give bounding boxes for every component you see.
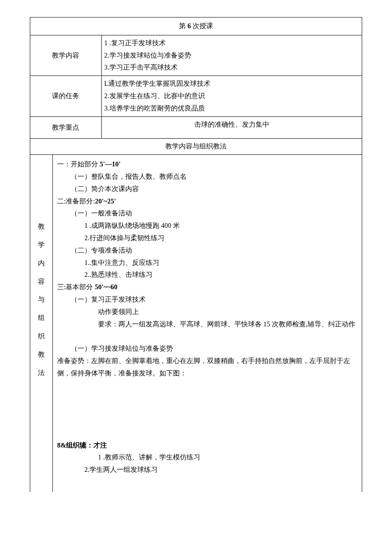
content-line-2: 2.学习接发球站位与准备姿势 (104, 52, 191, 59)
title-suffix: 次授课 (193, 22, 213, 29)
s1-item-2: （二）简介本次课内容 (57, 183, 357, 195)
vchar-5: 组 (33, 312, 50, 324)
vchar-0: 教 (33, 221, 50, 233)
s2-a-2: 2.行进间体操与柔韧性练习 (57, 232, 357, 244)
task-line-2: 2.发展学生在练习、比赛中的意识 (104, 92, 205, 99)
org-item-2: 2.学生两人一组发球练习 (57, 464, 357, 476)
key-point-cell: 击球的准确性、发力集中 (101, 116, 362, 139)
s3-a-2: 要求：两人一组发高远球、平高球、网前球、平快球各 15 次教师检查,辅导、纠正动… (57, 318, 357, 331)
s2-b-1: 1..集中注意力、反应练习 (57, 257, 357, 269)
section1-title: 一：开始部分 5'—10' (57, 160, 121, 168)
teaching-content-label: 教学内容 (30, 35, 102, 76)
vchar-4: 与 (33, 293, 50, 306)
s2-b-2: 2..熟悉球性、击球练习 (57, 269, 357, 281)
vchar-8: 法 (33, 367, 50, 379)
s2-a-1: 1 .成两路纵队绕场地慢跑 400 米 (57, 220, 357, 232)
s1-item-1: （一）整队集合，报告人数、教师点名 (57, 171, 357, 183)
content-line-3: 3.学习正手击平高球技术 (104, 64, 178, 71)
teaching-content-cell: 1 .复习正手发球技术 2.学习接发球站位与准备姿势 3.学习正手击平高球技术 (101, 35, 362, 76)
lesson-plan-page: 第 6 次授课 教学内容 1 .复习正手发球技术 2.学习接发球站位与准备姿势 … (30, 17, 362, 492)
section-header: 教学内容与组织教法 (30, 139, 362, 155)
task-line-3: 3.培养学生的吃苦耐劳的优良品质 (104, 105, 205, 112)
title-number: 6 (187, 22, 191, 29)
s3-b-desc: 准备姿势：左脚在前、全脚掌着地，重心在左脚，双膝稍曲，右手持拍自然放胸前，左手屈… (57, 357, 350, 377)
figure-placeholder (57, 380, 357, 439)
title-prefix: 第 (179, 22, 186, 29)
vchar-2: 内 (33, 257, 50, 270)
s2-sub-b: （二）专项准备活动 (57, 244, 357, 257)
vchar-7: 教 (33, 349, 50, 361)
s3-sub-a: （一）复习正手发球技术 (57, 293, 357, 306)
s3-sub-b: （一）学习接发球站位与准备姿势 (57, 343, 357, 355)
lesson-title-cell: 第 6 次授课 (30, 17, 362, 35)
lesson-task-label: 课的任务 (30, 76, 102, 116)
s3-a-1: 动作要领同上 (57, 306, 357, 318)
content-line-1: 1 .复习正手发球技术 (104, 39, 166, 46)
org-item-1: 1 .教师示范、讲解，学生模仿练习 (57, 451, 357, 464)
body-cell: 一：开始部分 5'—10' （一）整队集合，报告人数、教师点名 （二）简介本次课… (53, 155, 362, 492)
section3-title: 三:基本部分 50'~~60 (57, 283, 118, 291)
key-point-label: 教学重点 (30, 116, 102, 139)
section2-title: 二:准备部分:20'~25' (57, 198, 116, 205)
task-line-1: L通过教学使学生掌握巩固发球技术 (104, 80, 211, 87)
vchar-6: 织 (33, 330, 50, 343)
org-label: 8&组织辘：才注 (57, 442, 107, 449)
lesson-task-cell: L通过教学使学生掌握巩固发球技术 2.发展学生在练习、比赛中的意识 3.培养学生… (101, 76, 362, 116)
vertical-label-cell: 教 学 内 容 与 组 织 教 法 (30, 155, 53, 492)
lesson-table: 第 6 次授课 教学内容 1 .复习正手发球技术 2.学习接发球站位与准备姿势 … (30, 17, 362, 492)
vchar-3: 容 (33, 276, 50, 288)
vchar-1: 学 (33, 239, 50, 251)
s2-sub-a: （一）一般准备活动 (57, 207, 357, 220)
